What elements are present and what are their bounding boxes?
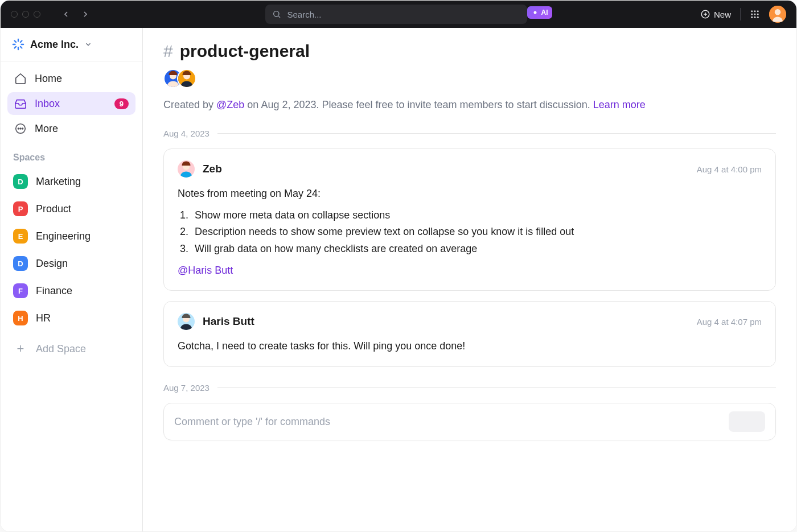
date-label: Aug 4, 2023 — [163, 129, 209, 138]
date-separator: Aug 7, 2023 — [163, 383, 776, 393]
member-avatar — [177, 69, 196, 88]
comment-input[interactable] — [174, 416, 721, 428]
space-item[interactable]: DMarketing — [7, 170, 135, 193]
inbox-icon — [14, 97, 27, 110]
comment-composer[interactable] — [163, 403, 776, 440]
main-content: # product-general Created by @Zeb on Aug… — [143, 28, 796, 531]
chevron-down-icon — [84, 40, 92, 48]
svg-line-19 — [15, 41, 17, 43]
space-badge: D — [13, 174, 28, 189]
svg-point-26 — [18, 128, 19, 129]
add-space-button[interactable]: + Add Space — [7, 336, 135, 362]
back-button[interactable] — [59, 7, 73, 22]
user-mention[interactable]: @Haris Butt — [178, 265, 233, 276]
svg-point-27 — [20, 128, 21, 129]
date-separator: Aug 4, 2023 — [163, 129, 776, 138]
svg-point-8 — [757, 10, 759, 12]
search-icon — [272, 10, 281, 19]
more-icon — [14, 122, 27, 135]
svg-line-20 — [20, 47, 22, 48]
nav-home[interactable]: Home — [7, 67, 135, 90]
desc-suffix: on Aug 2, 2023. Please feel free to invi… — [244, 99, 593, 110]
space-item[interactable]: HHR — [7, 306, 135, 330]
svg-line-1 — [279, 16, 281, 18]
message-avatar — [178, 313, 195, 330]
svg-point-13 — [754, 17, 756, 18]
list-item: Show more meta data on collapse sections — [191, 207, 762, 224]
svg-point-11 — [757, 14, 759, 15]
message-card[interactable]: Zeb Aug 4 at 4:00 pm Notes from meeting … — [163, 149, 776, 291]
nav-more-label: More — [35, 123, 58, 135]
plus-circle-icon — [700, 9, 710, 19]
svg-point-10 — [754, 14, 756, 15]
svg-line-24 — [20, 41, 22, 43]
inbox-badge: 9 — [114, 98, 129, 109]
topbar: AI New — [1, 1, 796, 28]
space-label: Engineering — [36, 230, 91, 242]
channel-title: # product-general — [163, 42, 776, 61]
space-item[interactable]: FFinance — [7, 279, 135, 303]
new-label: New — [714, 10, 731, 19]
nav-more[interactable]: More — [7, 117, 135, 140]
divider — [740, 8, 741, 20]
svg-point-6 — [751, 10, 753, 12]
desc-prefix: Created by — [163, 99, 216, 110]
new-button[interactable]: New — [700, 9, 731, 19]
window-controls — [11, 11, 40, 18]
send-button[interactable] — [729, 411, 765, 432]
space-label: Product — [36, 203, 71, 215]
space-badge: D — [13, 256, 28, 271]
nav-home-label: Home — [35, 73, 62, 85]
nav-inbox[interactable]: Inbox 9 — [7, 92, 135, 115]
channel-name: product-general — [180, 42, 310, 61]
message-intro: Notes from meeting on May 24: — [178, 185, 762, 203]
space-label: HR — [36, 312, 51, 324]
creator-mention[interactable]: @Zeb — [216, 99, 244, 110]
forward-button[interactable] — [78, 7, 93, 22]
grid-icon — [750, 9, 760, 19]
ai-label: AI — [541, 9, 548, 17]
search-input[interactable] — [287, 10, 520, 19]
plus-icon: + — [13, 341, 28, 356]
workspace-switcher[interactable]: Acme Inc. — [1, 28, 142, 61]
message-author: Zeb — [203, 163, 222, 175]
svg-point-7 — [754, 10, 756, 12]
hash-icon: # — [163, 42, 173, 61]
ai-badge[interactable]: AI — [527, 6, 552, 19]
traffic-minimize[interactable] — [22, 11, 29, 18]
learn-more-link[interactable]: Learn more — [593, 99, 646, 110]
search-bar[interactable]: AI — [265, 5, 527, 24]
svg-line-23 — [15, 47, 17, 48]
user-avatar[interactable] — [769, 6, 786, 23]
workspace-icon — [12, 38, 24, 51]
home-icon — [14, 72, 27, 85]
svg-point-16 — [775, 9, 781, 15]
message-card[interactable]: Haris Butt Aug 4 at 4:07 pm Gotcha, I ne… — [163, 301, 776, 367]
sidebar: Acme Inc. Home Inbox 9 More Spaces DMark… — [1, 28, 143, 531]
nav-inbox-label: Inbox — [35, 98, 60, 110]
message-body: Gotcha, I need to create tasks for this.… — [178, 338, 762, 355]
space-item[interactable]: EEngineering — [7, 224, 135, 248]
traffic-zoom[interactable] — [34, 11, 40, 18]
list-item: Will grab data on how many checklists ar… — [191, 241, 762, 258]
message-author: Haris Butt — [203, 315, 254, 328]
channel-description: Created by @Zeb on Aug 2, 2023. Please f… — [163, 97, 776, 113]
space-label: Design — [36, 258, 68, 270]
message-avatar — [178, 160, 195, 178]
svg-point-9 — [751, 14, 753, 15]
space-badge: E — [13, 229, 28, 244]
message-time: Aug 4 at 4:00 pm — [697, 164, 762, 174]
message-time: Aug 4 at 4:07 pm — [697, 317, 762, 327]
date-label: Aug 7, 2023 — [163, 383, 209, 393]
add-space-label: Add Space — [36, 343, 86, 355]
space-item[interactable]: PProduct — [7, 197, 135, 221]
workspace-name: Acme Inc. — [30, 39, 79, 51]
traffic-close[interactable] — [11, 11, 18, 18]
space-item[interactable]: DDesign — [7, 251, 135, 275]
apps-button[interactable] — [750, 9, 760, 19]
space-badge: P — [13, 201, 28, 216]
space-badge: F — [13, 283, 28, 298]
svg-point-12 — [751, 17, 753, 18]
svg-point-2 — [534, 11, 537, 14]
channel-members[interactable] — [163, 69, 776, 88]
